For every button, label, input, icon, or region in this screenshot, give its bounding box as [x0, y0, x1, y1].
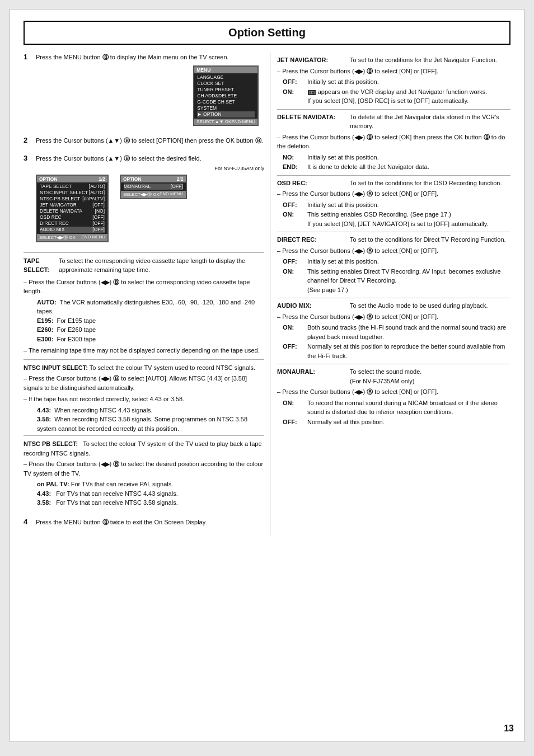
direct-rec-key: DIRECT REC:: [277, 235, 350, 245]
step-4-number: 4: [24, 518, 31, 529]
option-menu-2: OPTION2/2 MONAURAL[OFF] SELECT◀▶Ⓑ OKEND …: [120, 175, 187, 199]
left-column: 1 Press the MENU button Ⓑ to display the…: [24, 53, 264, 536]
step-2-text: Press the Cursor buttons (▲▼) Ⓑ to selec…: [36, 136, 264, 145]
osd-rec-on: ON:This setting enables OSD Recording. (…: [283, 210, 510, 228]
step-3: 3 Press the Cursor buttons (▲▼) Ⓑ to sel…: [24, 154, 264, 246]
delete-navidata-dash: – Press the Cursor buttons (◀▶) Ⓑ to sel…: [277, 133, 510, 151]
osd-rec-off-on: OFF:Initially set at this position. ON:T…: [283, 200, 510, 229]
direct-rec-off: OFF:Initially set at this position.: [283, 257, 510, 266]
step-1-number: 1: [24, 53, 31, 129]
ntsc-pb-dash: – Press the Cursor buttons (◀▶) Ⓑ to sel…: [24, 459, 264, 478]
tape-select-dash: – Press the Cursor buttons (◀▶) Ⓑ to sel…: [24, 278, 264, 296]
delete-navidata-desc: To delete all the Jet Navigator data sto…: [350, 112, 510, 131]
audio-mix-desc: To set the Audio mode to be used during …: [350, 301, 510, 311]
main-menu-row: CH ADD&DELETE: [197, 93, 255, 99]
ntsc-pb-header: NTSC PB SELECT: To select the colour TV …: [24, 439, 264, 458]
step-4: 4 Press the MENU button Ⓑ twice to exit …: [24, 518, 264, 529]
option-menu-images: OPTION1/2 TAPE SELECT[AUTO] NTSC INPUT S…: [36, 175, 264, 242]
step-1-text: Press the MENU button Ⓑ to display the M…: [36, 53, 264, 62]
direct-rec-header: DIRECT REC: To set to the conditions for…: [277, 235, 510, 245]
osd-rec-desc: To set to the conditions for the OSD Rec…: [350, 179, 510, 188]
step-2: 2 Press the Cursor buttons (▲▼) Ⓑ to sel…: [24, 136, 264, 148]
audio-mix-header: AUDIO MIX: To set the Audio mode to be u…: [277, 301, 510, 311]
audio-mix-dash: – Press the Cursor buttons (◀▶) Ⓑ to sel…: [277, 312, 510, 322]
osd-rec-dash: – Press the Cursor buttons (◀▶) Ⓑ to sel…: [277, 189, 510, 199]
main-menu-row: G-CODE CH SET: [197, 99, 255, 105]
step-4-content: Press the MENU button Ⓑ twice to exit th…: [36, 518, 264, 529]
ntsc-443: 4.43: When recording NTSC 4.43 signals.: [37, 406, 264, 415]
direct-rec-desc: To set to the conditions for Direct TV R…: [350, 235, 510, 245]
option-row-ntsc-input: NTSC INPUT SELECT[AUTO]: [40, 190, 105, 196]
osd-rec-key: OSD REC:: [277, 179, 350, 188]
main-menu-option-row: ► OPTION: [197, 111, 255, 118]
osd-rec-off: OFF:Initially set at this position.: [283, 200, 510, 210]
delete-navidata-off-on: NO:Initially set at this position. END:I…: [283, 153, 510, 172]
monaural-desc: To select the sound mode.(For NV-FJ735AM…: [350, 367, 510, 386]
tape-remaining-note: – The remaining tape time may not be dis…: [24, 346, 264, 355]
right-column: JET NAVIGATOR: To set to the conditions …: [270, 53, 510, 536]
main-menu-row: TUNER PRESET: [197, 87, 255, 93]
main-menu-row: LANGUAGE: [197, 74, 255, 81]
ntsc-pb-443: 4.43: For TVs that can receive NTSC 4.43…: [37, 489, 264, 499]
tape-select-desc: To select the corresponding video casset…: [59, 256, 264, 276]
option-row-ntsc-pb: NTSC PB SELECT[onPALTV]: [40, 196, 105, 202]
audio-mix-key: AUDIO MIX:: [277, 301, 350, 311]
option-row-direct: DIRECT REC[OFF]: [40, 220, 105, 227]
delete-nav-no: NO:Initially set at this position.: [283, 153, 510, 162]
audio-mix-off-on: ON:Both sound tracks (the Hi-Fi sound tr…: [283, 323, 510, 360]
option-menu-2-title: OPTION2/2: [121, 176, 186, 182]
monaural-off: OFF:Normally set at this position.: [283, 417, 510, 427]
main-menu-row: CLOCK SET: [197, 81, 255, 87]
audio-mix-on: ON:Both sound tracks (the Hi-Fi sound tr…: [283, 323, 510, 341]
jet-navigator-key: JET NAVIGATOR:: [277, 55, 350, 65]
jet-navigator-section: JET NAVIGATOR: To set to the conditions …: [277, 53, 510, 110]
delete-nav-end: END:It is done to delete all the Jet Nav…: [283, 162, 510, 172]
delete-navidata-header: DELETE NAVIDATA: To delete all the Jet N…: [277, 112, 510, 131]
ntsc-input-section: NTSC INPUT SELECT: To select the colour …: [24, 359, 264, 436]
main-menu-title: MENU: [194, 67, 257, 73]
main-menu-row: SYSTEM: [197, 105, 255, 111]
step-3-content: Press the Cursor buttons (▲▼) Ⓑ to selec…: [36, 154, 264, 246]
option-row-monaural: MONAURAL[OFF]: [124, 184, 183, 190]
direct-rec-dash: – Press the Cursor buttons (◀▶) Ⓑ to sel…: [277, 246, 510, 256]
option-menu-1-title: OPTION1/2: [37, 176, 107, 182]
step-1: 1 Press the MENU button Ⓑ to display the…: [24, 53, 264, 129]
nv-note: For NV-FJ735AM only: [36, 166, 264, 171]
monaural-dash: – Press the Cursor buttons (◀▶) Ⓑ to sel…: [277, 387, 510, 397]
tape-e300: E300: For E300 tape: [37, 335, 264, 344]
ntsc-input-header: NTSC INPUT SELECT: To select the colour …: [24, 363, 264, 373]
monaural-header: MONAURAL: To select the sound mode.(For …: [277, 367, 510, 386]
jet-nav-on: ON:□□ appears on the VCR display and Jet…: [283, 87, 510, 106]
monaural-key: MONAURAL:: [277, 367, 350, 386]
jet-navigator-header: JET NAVIGATOR: To set to the conditions …: [277, 55, 510, 65]
option-menu-2-bottom: SELECT◀▶Ⓑ OKEND MENU: [121, 191, 186, 198]
step-1-content: Press the MENU button Ⓑ to display the M…: [36, 53, 264, 129]
osd-rec-header: OSD REC: To set to the conditions for th…: [277, 179, 510, 188]
direct-rec-on: ON:This setting enables Direct TV Record…: [283, 267, 510, 295]
page-number: 13: [504, 724, 514, 734]
ntsc-pb-pal: on PAL TV: For TVs that can receive PAL …: [37, 480, 264, 489]
tape-select-section: TAPE SELECT: To select the corresponding…: [24, 252, 264, 359]
option-menu-1-bottom: SELECT◀▶Ⓑ OKEND MENU: [37, 234, 107, 241]
jet-nav-off: OFF:Initially set at this position.: [283, 77, 510, 87]
option-menu-1: OPTION1/2 TAPE SELECT[AUTO] NTSC INPUT S…: [36, 175, 109, 242]
step-2-content: Press the Cursor buttons (▲▼) Ⓑ to selec…: [36, 136, 264, 148]
option-row-delete: DELETE NAVIDATA[NO]: [40, 208, 105, 214]
page-title: Option Setting: [24, 21, 510, 45]
ntsc-input-dash: – Press the Cursor buttons (◀▶) Ⓑ to sel…: [24, 374, 264, 392]
osd-rec-section: OSD REC: To set to the conditions for th…: [277, 176, 510, 233]
main-menu-bottom: SELECT:▲▼ OKEND MENU: [194, 119, 257, 125]
tape-e195: E195: For E195 tape: [37, 316, 264, 326]
option-row-audio: AUDIO MIX[OFF]: [40, 227, 105, 233]
option-row-osd: OSD REC[OFF]: [40, 214, 105, 220]
ntsc-input-note: – If the tape has not recorded correctly…: [24, 395, 264, 404]
page: Option Setting 1 Press the MENU button Ⓑ…: [10, 9, 524, 742]
delete-navidata-section: DELETE NAVIDATA: To delete all the Jet N…: [277, 110, 510, 176]
option-row-jet-nav: JET NAVIGATOR[OFF]: [40, 202, 105, 208]
monaural-section: MONAURAL: To select the sound mode.(For …: [277, 364, 510, 430]
ntsc-pb-358: 3.58: For TVs that can receive NTSC 3.58…: [37, 498, 264, 508]
jet-navigator-desc: To set to the conditions for the Jet Nav…: [350, 55, 510, 65]
step-2-number: 2: [24, 136, 31, 148]
step-4-text: Press the MENU button Ⓑ twice to exit th…: [36, 518, 264, 527]
delete-navidata-key: DELETE NAVIDATA:: [277, 112, 350, 131]
